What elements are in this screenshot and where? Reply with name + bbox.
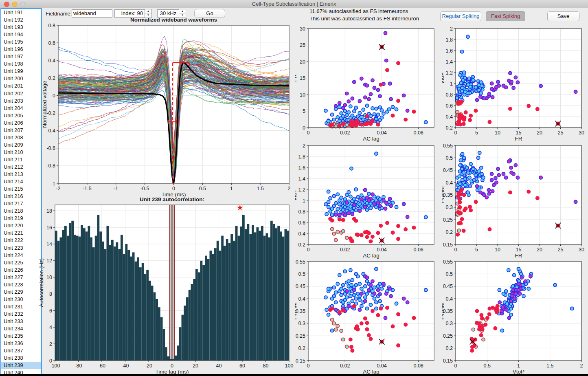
svg-text:2: 2	[49, 341, 52, 347]
svg-text:0.55: 0.55	[443, 259, 453, 265]
sidebar-item-unit-239[interactable]: Unit 239	[1, 362, 41, 369]
sidebar-item-unit-196[interactable]: Unit 196	[1, 46, 41, 53]
svg-text:0.2: 0.2	[446, 345, 453, 351]
svg-text:0.5: 0.5	[484, 363, 491, 369]
svg-text:1.2: 1.2	[298, 187, 305, 193]
svg-text:0.5: 0.5	[199, 186, 206, 191]
sidebar-item-unit-201[interactable]: Unit 201	[1, 82, 41, 90]
svg-text:10: 10	[46, 275, 52, 280]
sidebar-item-unit-205[interactable]: Unit 205	[1, 112, 41, 119]
sidebar-item-unit-206[interactable]: Unit 206	[1, 119, 41, 127]
sidebar-item-unit-207[interactable]: Unit 207	[1, 127, 41, 134]
sidebar-item-unit-233[interactable]: Unit 233	[1, 318, 41, 325]
svg-text:0.55: 0.55	[443, 143, 453, 149]
svg-text:0.4: 0.4	[298, 231, 305, 237]
classification-summary: 11.67% autoclassified as FS interneurons	[309, 8, 408, 14]
svg-text:20: 20	[193, 363, 198, 369]
scatter-fr-vs-aclag: 00.020.040.06051015202530AC lagFR	[295, 18, 440, 143]
sidebar-item-unit-193[interactable]: Unit 193	[1, 24, 41, 31]
svg-text:40: 40	[216, 363, 222, 369]
svg-text:-20: -20	[145, 363, 152, 369]
sidebar-item-unit-204[interactable]: Unit 204	[1, 105, 41, 112]
sidebar-item-unit-237[interactable]: Unit 237	[1, 347, 41, 354]
svg-text:6: 6	[49, 308, 52, 314]
sidebar-item-unit-218[interactable]: Unit 218	[1, 207, 41, 215]
spinner-up-icon[interactable]: ▲	[179, 9, 186, 13]
sidebar-item-unit-213[interactable]: Unit 213	[1, 171, 41, 178]
sidebar-item-unit-232[interactable]: Unit 232	[1, 310, 41, 318]
sidebar-item-unit-194[interactable]: Unit 194	[1, 31, 41, 38]
sidebar-item-unit-224[interactable]: Unit 224	[1, 252, 41, 259]
svg-text:0.2: 0.2	[48, 75, 55, 81]
svg-text:-40: -40	[121, 363, 129, 369]
sidebar-item-unit-211[interactable]: Unit 211	[1, 156, 41, 163]
sidebar-item-unit-219[interactable]: Unit 219	[1, 215, 41, 222]
sidebar-item-unit-191[interactable]: Unit 191	[1, 9, 41, 16]
sidebar-item-unit-231[interactable]: Unit 231	[1, 303, 41, 310]
svg-text:16: 16	[46, 225, 52, 231]
svg-text:14: 14	[46, 242, 52, 247]
svg-text:1: 1	[303, 198, 305, 204]
sidebar-item-unit-235[interactable]: Unit 235	[1, 332, 41, 340]
sidebar-item-unit-238[interactable]: Unit 238	[1, 354, 41, 362]
sidebar-item-unit-236[interactable]: Unit 236	[1, 340, 41, 347]
svg-text:FWHM: FWHM	[295, 303, 298, 320]
svg-text:80: 80	[263, 363, 269, 369]
sidebar-item-unit-227[interactable]: Unit 227	[1, 274, 41, 281]
sidebar-item-unit-222[interactable]: Unit 222	[1, 237, 41, 244]
svg-text:1.8: 1.8	[298, 154, 305, 160]
sidebar-item-unit-195[interactable]: Unit 195	[1, 38, 41, 46]
sidebar-item-unit-203[interactable]: Unit 203	[1, 97, 41, 105]
svg-text:VtoP: VtoP	[295, 189, 298, 201]
sidebar-item-unit-192[interactable]: Unit 192	[1, 16, 41, 24]
sidebar-item-unit-220[interactable]: Unit 220	[1, 222, 41, 229]
sidebar-item-unit-209[interactable]: Unit 209	[1, 141, 41, 149]
svg-text:18: 18	[46, 208, 52, 214]
sidebar-item-unit-221[interactable]: Unit 221	[1, 229, 41, 237]
sidebar-item-unit-217[interactable]: Unit 217	[1, 200, 41, 207]
svg-text:0.06: 0.06	[413, 363, 423, 369]
svg-text:Normalized wideband waveforms: Normalized wideband waveforms	[130, 17, 217, 23]
sidebar-item-unit-210[interactable]: Unit 210	[1, 149, 41, 156]
svg-text:0.15: 0.15	[443, 242, 453, 248]
svg-text:0.02: 0.02	[340, 363, 350, 369]
sidebar-item-unit-216[interactable]: Unit 216	[1, 193, 41, 200]
sidebar-item-unit-198[interactable]: Unit 198	[1, 60, 41, 68]
spinner-up-icon[interactable]: ▲	[145, 9, 151, 13]
scatter-fwhm-vs-fr: 0510152025300.150.20.250.30.350.40.450.5…	[442, 135, 587, 260]
svg-text:20: 20	[300, 59, 305, 65]
sidebar-item-unit-226[interactable]: Unit 226	[1, 266, 41, 274]
sidebar-item-unit-230[interactable]: Unit 230	[1, 296, 41, 303]
sidebar-item-unit-228[interactable]: Unit 228	[1, 281, 41, 288]
svg-text:0.15: 0.15	[296, 358, 305, 364]
sidebar-item-unit-215[interactable]: Unit 215	[1, 185, 41, 193]
sidebar-item-unit-229[interactable]: Unit 229	[1, 288, 41, 296]
svg-text:0: 0	[171, 363, 173, 369]
svg-text:1: 1	[517, 363, 520, 369]
svg-text:FR: FR	[295, 74, 298, 81]
svg-text:8: 8	[49, 291, 52, 297]
svg-text:0.4: 0.4	[446, 180, 453, 186]
svg-text:-0.4: -0.4	[46, 128, 55, 134]
svg-text:-0.6: -0.6	[46, 145, 55, 151]
sidebar-item-unit-202[interactable]: Unit 202	[1, 90, 41, 97]
sidebar-item-unit-212[interactable]: Unit 212	[1, 163, 41, 171]
svg-text:FWHM: FWHM	[442, 187, 445, 204]
sidebar-item-unit-223[interactable]: Unit 223	[1, 244, 41, 252]
svg-text:0.8: 0.8	[446, 92, 453, 98]
svg-text:-2: -2	[56, 186, 60, 191]
svg-text:0.5: 0.5	[446, 271, 453, 277]
sidebar-item-unit-199[interactable]: Unit 199	[1, 68, 41, 75]
sidebar-item-unit-200[interactable]: Unit 200	[1, 75, 41, 82]
svg-text:5: 5	[303, 108, 305, 114]
svg-text:FWHM: FWHM	[442, 303, 445, 320]
sidebar-item-unit-208[interactable]: Unit 208	[1, 134, 41, 141]
sidebar-item-unit-214[interactable]: Unit 214	[1, 178, 41, 185]
sidebar-item-unit-197[interactable]: Unit 197	[1, 53, 41, 60]
sidebar-item-unit-225[interactable]: Unit 225	[1, 259, 41, 266]
sidebar-item-unit-234[interactable]: Unit 234	[1, 325, 41, 332]
svg-text:0.2: 0.2	[446, 125, 453, 131]
unit-listbox[interactable]: Unit 191Unit 192Unit 193Unit 194Unit 195…	[0, 8, 42, 376]
title-bar[interactable]: Cell-Type Subclassification | Emerix	[0, 0, 588, 8]
svg-text:Normalized voltage: Normalized voltage	[42, 81, 48, 128]
